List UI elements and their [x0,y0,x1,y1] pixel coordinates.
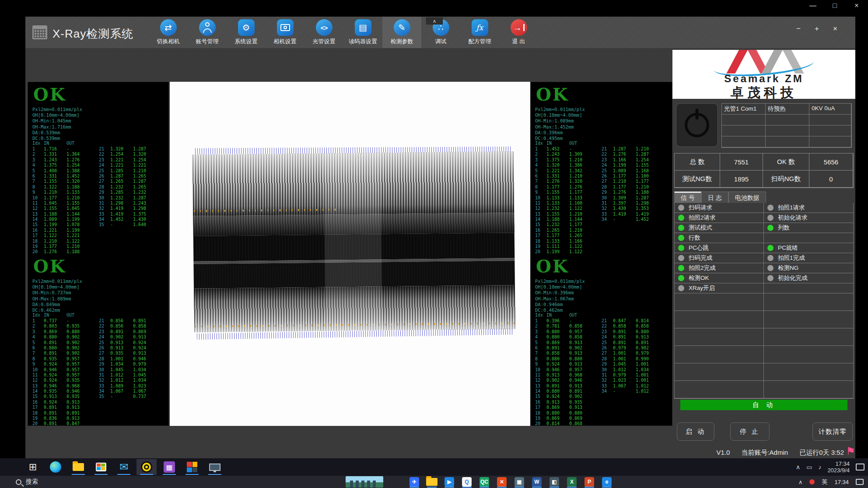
word-icon[interactable]: W [529,476,544,488]
measurement-row: 110.9130.968 [535,373,600,378]
notification-center-icon[interactable] [856,464,864,471]
camera-settings-button[interactable]: 相机设置 [266,17,304,48]
camera-settings-label: 相机设置 [266,38,304,45]
outer-caret-icon[interactable]: ∧ [798,479,803,485]
measurement-row: 261.1771.100 [602,174,671,179]
measurement-row: 331.4191.375 [99,212,168,217]
recipe-manage-button[interactable]: ƒx配方管理 [460,17,499,48]
measurement-block-bottom-right: OKPxl2mm=0.011mm/plxOH[0.10mm~4.00mm]OH-… [531,254,672,426]
measurement-row: 40.8800.902 [32,335,97,340]
search-box[interactable]: 搜索 [16,476,38,488]
browser-icon[interactable]: ▶ [442,476,457,488]
measurement-row: 250.8910.891 [602,340,671,345]
switch-camera-button[interactable]: ⇄切换相机 [149,17,188,48]
measurement-row: 10.737- [32,318,97,324]
signal-off-dot [767,275,774,281]
mail-icon[interactable]: ✉ [114,459,134,475]
media-x-icon[interactable]: ✕ [494,476,509,488]
measurement-row: 221.2541.320 [99,152,168,157]
measurement-row: 71.1551.320 [32,179,97,184]
measurement-row: 301.0451.034 [99,367,168,373]
measurement-row: 141.1881.144 [535,217,600,222]
measurement-row: 191.1771.210 [32,244,97,249]
outer-close-button[interactable]: × [851,2,862,10]
lark-icon[interactable]: ✈ [407,476,422,488]
measurement-row: 11.452- [535,146,600,152]
measurement-row: 241.1991.155 [602,163,671,168]
signal-PC心跳: PC心跳 [675,243,764,253]
tray-sound-icon[interactable]: ♪ [818,464,821,471]
action-buttons: 启 动 停 止 计数清零 [672,422,855,442]
xray-app-icon[interactable] [136,459,157,475]
viewer-icon[interactable]: ▣ [512,476,527,488]
uptime-text: 已运行0天 3:52 [799,449,844,456]
auto-mode-bar[interactable]: 自 动 [680,400,847,410]
signal-empty-row [675,293,853,311]
excel-icon[interactable]: X [564,476,579,488]
measurement-row: 301.0121.034 [602,367,671,373]
tray-display-icon[interactable]: ▭ [806,464,812,471]
scanner-settings-label: 读码器设置 [343,38,382,45]
signal-扫码完成: 扫码完成 [675,253,764,263]
explorer-icon[interactable] [68,459,88,475]
toolbar-collapse-button[interactable]: ∧ [426,17,443,24]
inspect-params-button[interactable]: ✎检测参数 [382,17,421,48]
monitor-app-icon[interactable] [205,459,225,475]
measurement-row: 34-1.012 [602,389,671,394]
edge-icon[interactable] [46,459,66,475]
tube-settings-icon: <> [316,19,332,36]
measurement-row: 220.8560.858 [99,324,168,329]
system-settings-button[interactable]: ⚙系统设置 [227,17,266,48]
comment-bubble-icon[interactable] [856,479,864,485]
purple-app-icon[interactable]: ▦ [159,459,179,475]
stop-button[interactable]: 停 止 [730,422,770,441]
account-manage-label: 账号管理 [188,38,227,45]
start-button[interactable]: 启 动 [677,422,714,441]
measurement-row: 35-1.640 [99,222,168,227]
tab-battery-data[interactable]: 电池数据 [728,192,766,203]
measurement-row: 331.0891.023 [99,383,168,389]
measurement-row: 140.9350.946 [32,389,97,394]
qc-icon[interactable]: QC [477,476,492,488]
recipe-manage-label: 配方管理 [460,38,499,45]
tab-signal[interactable]: 信 号 [674,192,701,203]
app-minimize-button[interactable]: − [794,24,803,33]
app-maximize-button[interactable]: + [812,24,821,33]
start-button[interactable]: ⊞ [23,459,43,475]
measurement-row: 291.0340.979 [99,362,168,367]
measurement-row: 230.8910.880 [602,329,671,335]
signal-on-dot [767,245,774,251]
outer-maximize-button[interactable]: □ [830,2,840,10]
measurement-row: 240.8910.913 [602,335,671,340]
weather-city-widget[interactable] [346,476,383,488]
count-reset-button[interactable]: 计数清零 [812,422,853,441]
switch-camera-label: 切换相机 [149,38,188,45]
app-close-button[interactable]: × [831,24,840,33]
ie-icon[interactable]: e [599,476,614,488]
outer-minimize-button[interactable]: — [808,2,818,10]
measurement-row: 211.2871.210 [602,146,671,152]
measurement-row: 111.0451.155 [32,201,97,206]
mosaic-app-icon[interactable] [182,459,202,475]
signal-off-dot [767,255,774,261]
tab-log[interactable]: 日 志 [701,192,728,203]
tool-icon[interactable]: ◧ [547,476,562,488]
outer-window-controls: — □ × [808,2,862,10]
ime-language-indicator[interactable]: 英 [822,478,827,486]
inner-clock[interactable]: 17:34 2023/9/4 [827,460,850,474]
signal-扫码请求: 扫码请求 [675,203,764,213]
search-label: 搜索 [26,478,38,486]
folder-icon[interactable] [424,476,439,488]
power-button[interactable] [676,103,718,147]
qq-browser-icon[interactable]: Q [459,476,474,488]
switch-camera-icon: ⇄ [160,19,177,36]
exit-button[interactable]: →退 出 [499,17,538,48]
tube-settings-button[interactable]: <>光管设置 [304,17,343,48]
scanner-settings-button[interactable]: ▤读码器设置 [343,17,382,48]
ppt-icon[interactable]: P [582,476,597,488]
outer-time[interactable]: 17:34 [834,479,849,485]
measurement-row: 100.9460.957 [32,367,97,373]
store-icon[interactable] [91,459,111,475]
account-manage-button[interactable]: 账号管理 [188,17,227,48]
tray-caret-icon[interactable]: ∧ [796,464,800,471]
